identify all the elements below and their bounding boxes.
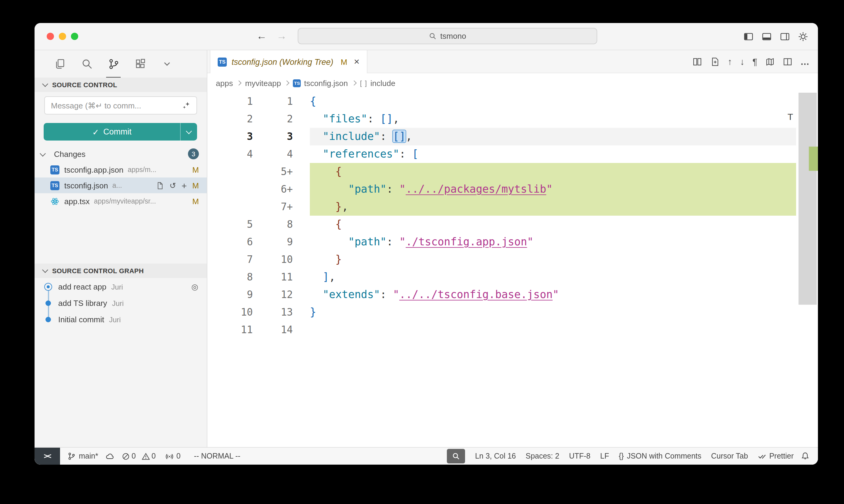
head-commit-ring <box>44 283 52 291</box>
commit-message-input[interactable]: Message (⌘↵ to comm... <box>44 96 197 114</box>
source-control-graph-header[interactable]: SOURCE CONTROL GRAPH <box>35 264 207 278</box>
next-change-icon[interactable]: ↓ <box>740 57 744 66</box>
branch-indicator[interactable]: main* <box>67 452 98 461</box>
zoom-window-button[interactable] <box>71 33 78 40</box>
code-line: 33 "include": [], <box>207 128 818 145</box>
toggle-primary-sidebar-icon[interactable] <box>743 31 754 41</box>
eol-indicator[interactable]: LF <box>600 452 609 461</box>
map-icon[interactable] <box>765 57 775 66</box>
commit-button-main[interactable]: ✓ Commit <box>44 123 180 141</box>
new-line-number: 8 <box>253 216 293 233</box>
eol-text: LF <box>600 452 609 461</box>
source-control-icon[interactable] <box>106 50 121 78</box>
close-window-button[interactable] <box>47 33 54 40</box>
file-name: app.tsx <box>64 197 90 206</box>
open-changes-icon[interactable] <box>692 57 702 66</box>
zoom-indicator[interactable] <box>447 449 465 463</box>
discard-changes-icon[interactable]: ↺ <box>170 181 176 190</box>
notifications-bell[interactable] <box>801 452 809 461</box>
stage-changes-icon[interactable]: + <box>182 180 187 191</box>
cursor-tab-indicator[interactable]: Cursor Tab <box>711 452 748 461</box>
code-link[interactable]: ./tsconfig.app.json <box>406 236 527 248</box>
typescript-icon: TS <box>50 165 59 174</box>
go-forward-button[interactable]: → <box>276 30 287 42</box>
more-actions-icon[interactable]: … <box>800 57 809 66</box>
whitespace-toggle-icon[interactable]: ¶ <box>753 57 757 66</box>
scm-file-row[interactable]: app.tsxapps/myviteapp/sr...M <box>35 193 207 209</box>
commit-row[interactable]: add react appJuri◎ <box>35 278 207 295</box>
ports-indicator[interactable]: 0 <box>166 452 181 461</box>
open-file-icon[interactable] <box>156 181 164 189</box>
remote-indicator[interactable]: >< <box>35 448 60 465</box>
code-line-content: "references": [ <box>310 145 796 163</box>
commit-dropdown-button[interactable] <box>180 123 197 141</box>
commit-row[interactable]: add TS libraryJuri <box>35 295 207 311</box>
source-control-title: SOURCE CONTROL <box>52 81 117 88</box>
minimize-window-button[interactable] <box>59 33 66 40</box>
code-token: " <box>527 236 534 248</box>
code-token: " <box>393 288 399 301</box>
scrollbar-thumb[interactable] <box>798 93 817 305</box>
code-token: "references" <box>323 148 399 160</box>
indentation-indicator[interactable]: Spaces: 2 <box>526 452 559 461</box>
settings-gear-icon[interactable] <box>798 31 808 41</box>
code-line-content <box>310 321 796 339</box>
cursor-position[interactable]: Ln 3, Col 16 <box>475 452 516 461</box>
commit-message: Initial commit <box>58 315 104 324</box>
encoding-indicator[interactable]: UTF-8 <box>569 452 590 461</box>
language-mode-indicator[interactable]: {} JSON with Comments <box>619 452 702 461</box>
code-link[interactable]: ../../packages/mytslib <box>406 183 546 195</box>
changes-section-header[interactable]: Changes 3 <box>35 147 207 162</box>
checkout-target-icon[interactable]: ◎ <box>191 282 198 291</box>
toggle-panel-icon[interactable] <box>761 31 772 41</box>
chevron-down-icon <box>186 128 192 134</box>
extensions-icon[interactable] <box>133 50 147 77</box>
problems-indicator[interactable]: 0 0 <box>122 452 156 461</box>
code-line: 811 ], <box>207 268 818 286</box>
ai-sparkle-icon[interactable] <box>182 101 190 110</box>
code-token: " <box>553 288 559 301</box>
explorer-icon[interactable] <box>53 50 67 77</box>
errors-icon <box>122 452 130 460</box>
new-line-number: 1 <box>253 93 293 110</box>
source-control-header[interactable]: SOURCE CONTROL <box>35 77 207 92</box>
typescript-icon: TS <box>50 181 59 190</box>
close-tab-icon[interactable]: × <box>354 57 360 67</box>
collapse-chevron-icon <box>42 81 48 87</box>
tab-tsconfig-json[interactable]: TS tsconfig.json (Working Tree) M × <box>210 50 367 73</box>
commit-row[interactable]: Initial commitJuri <box>35 311 207 328</box>
breadcrumb-item[interactable]: apps <box>216 78 233 88</box>
toggle-secondary-sidebar-icon[interactable] <box>780 31 790 41</box>
code-line-content: "include": [], <box>310 128 796 145</box>
git-status-modified-badge: M <box>192 197 199 206</box>
breadcrumb-item[interactable]: TStsconfig.json <box>293 78 348 88</box>
code-token: : <box>386 236 399 248</box>
command-center-search[interactable]: tsmono <box>298 28 597 44</box>
breadcrumbs: appsmyviteappTStsconfig.json[ ]include <box>207 73 818 93</box>
split-editor-icon[interactable] <box>783 57 792 66</box>
code-link[interactable]: ../../tsconfig.base.json <box>399 288 553 301</box>
scm-file-row[interactable]: TStsconfig.jsona...↺+M <box>35 178 207 193</box>
symbol-array-icon: [ ] <box>360 79 367 87</box>
diff-editor[interactable]: 11{22 "files": [],33 "include": [],44 "r… <box>207 93 818 447</box>
code-line-content: } <box>310 304 796 321</box>
go-back-button[interactable]: ← <box>257 30 267 42</box>
new-line-number: 12 <box>253 286 293 304</box>
search-text: tsmono <box>440 32 466 41</box>
code-line-content: }, <box>310 198 796 216</box>
publish-changes[interactable] <box>105 452 115 461</box>
commit-dot-inner <box>46 317 51 322</box>
commit-dot-inner <box>46 301 51 306</box>
old-line-number <box>207 181 253 198</box>
breadcrumb-item[interactable]: myviteapp <box>245 78 281 88</box>
status-bar: >< main* 0 0 0 -- NORMAL -- <box>35 447 818 465</box>
breadcrumb-item[interactable]: [ ]include <box>360 78 395 88</box>
scm-file-row[interactable]: TStsconfig.app.jsonapps/m...M <box>35 162 207 178</box>
previous-change-icon[interactable]: ↑ <box>728 57 732 66</box>
more-views-chevron-icon[interactable] <box>159 50 174 77</box>
editor-scrollbar[interactable] <box>797 93 818 447</box>
commit-button[interactable]: ✓ Commit <box>44 123 197 141</box>
search-panel-icon[interactable] <box>80 50 94 77</box>
formatter-indicator[interactable]: Prettier <box>758 452 794 461</box>
open-file-icon[interactable] <box>710 57 720 66</box>
